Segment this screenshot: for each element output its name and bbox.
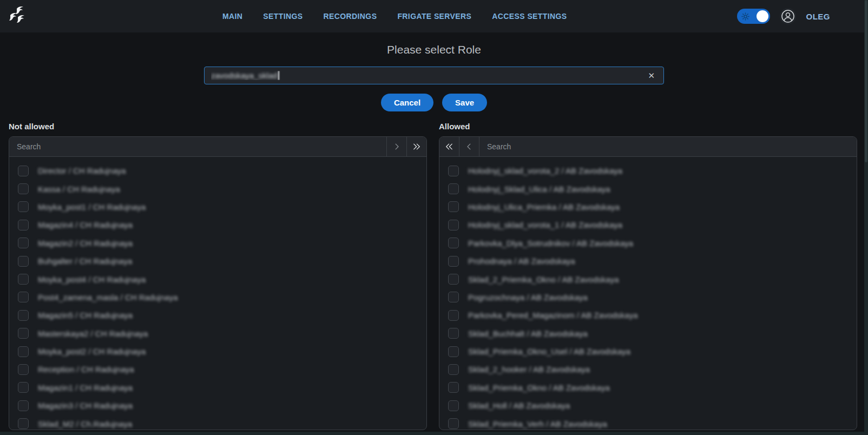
- item-label: Reception / CH Radujnaya: [38, 365, 134, 374]
- role-input[interactable]: zavodskaya_sklad ✕: [204, 67, 664, 84]
- page-title: Please select Role: [0, 42, 868, 57]
- item-label: Pogruzochnaya / AB Zavodskaya: [468, 293, 588, 302]
- item-checkbox[interactable]: [448, 346, 459, 357]
- item-checkbox[interactable]: [18, 382, 29, 393]
- list-item[interactable]: Sklad_Priemka_Okno / AB Zavodskaya: [448, 379, 857, 397]
- item-checkbox[interactable]: [448, 328, 459, 339]
- list-item[interactable]: Director / CH Radujnaya: [18, 162, 426, 180]
- item-checkbox[interactable]: [18, 256, 29, 267]
- not-allowed-title: Not allowed: [9, 122, 427, 133]
- list-item[interactable]: Magazin1 / CH Radujnaya: [18, 379, 426, 397]
- list-item[interactable]: Holodnyj_Sklad_Ulica / AB Zavodskaya: [448, 180, 857, 197]
- item-checkbox[interactable]: [448, 274, 459, 285]
- list-item[interactable]: Sklad_M2 / Ch.Radujnaya: [18, 414, 426, 430]
- item-checkbox[interactable]: [448, 256, 459, 267]
- item-label: Sklad_Priemka_Verh / AB Zavodskaya: [468, 419, 607, 429]
- item-checkbox[interactable]: [18, 346, 29, 357]
- user-avatar-button[interactable]: [780, 8, 796, 24]
- item-checkbox[interactable]: [448, 382, 459, 393]
- horizontal-scrollbar[interactable]: [0, 432, 868, 435]
- list-item[interactable]: Buhgalter / CH Radujnaya: [18, 252, 426, 270]
- list-item[interactable]: Holodnyj_Ulica_Priemka / AB Zavodskaya: [448, 198, 857, 216]
- user-name[interactable]: OLEG: [806, 12, 830, 21]
- list-item[interactable]: Reception / CH Radujnaya: [18, 360, 426, 378]
- frigate-birds-icon: [6, 4, 30, 28]
- list-item[interactable]: Magazin3 / CH Radujnaya: [18, 397, 426, 414]
- item-checkbox[interactable]: [448, 201, 459, 212]
- nav-link[interactable]: RECORDINGS: [323, 12, 377, 21]
- item-checkbox[interactable]: [448, 310, 459, 321]
- toggle-knob: [757, 10, 768, 22]
- item-checkbox[interactable]: [448, 292, 459, 302]
- list-item[interactable]: Masterskaya2 / CH Radujnaya: [18, 325, 426, 342]
- list-item[interactable]: Moyka_post2 / CH Radujnaya: [18, 342, 426, 360]
- item-label: Magazin2 / CH Radujnaya: [38, 239, 133, 248]
- item-label: Holodnyj_sklad_vorota_2 / AB Zavodskaya: [468, 166, 622, 175]
- list-item[interactable]: Sklad_2_hooker / AB Zavodskaya: [448, 360, 857, 378]
- vertical-scrollbar-thumb[interactable]: [865, 0, 867, 162]
- item-checkbox[interactable]: [448, 183, 459, 194]
- list-item[interactable]: Sklad_Holl / AB Zavodskaya: [448, 397, 857, 414]
- nav-link[interactable]: FRIGATE SERVERS: [397, 12, 471, 21]
- list-item[interactable]: Pogruzochnaya / AB Zavodskaya: [448, 288, 857, 306]
- nav-link[interactable]: SETTINGS: [263, 12, 303, 21]
- nav-link[interactable]: ACCESS SETTINGS: [492, 12, 567, 21]
- list-item[interactable]: Magazin5 / CH Radujnaya: [18, 306, 426, 324]
- list-item[interactable]: Moyka_post4 / CH Radujnaya: [18, 270, 426, 288]
- text-caret: [278, 71, 279, 80]
- list-item[interactable]: Holodnyj_sklad_vorota_2 / AB Zavodskaya: [448, 162, 857, 180]
- move-all-right-button[interactable]: [406, 137, 426, 156]
- not-allowed-search-input[interactable]: [9, 137, 386, 156]
- item-checkbox[interactable]: [18, 220, 29, 230]
- list-item[interactable]: Kassa / CH Radujnaya: [18, 180, 426, 197]
- item-checkbox[interactable]: [18, 364, 29, 375]
- nav-link[interactable]: MAIN: [222, 12, 242, 21]
- user-icon: [781, 9, 795, 23]
- item-checkbox[interactable]: [18, 310, 29, 321]
- not-allowed-panel: Director / CH Radujnaya Kassa / CH Raduj…: [9, 136, 427, 430]
- item-checkbox[interactable]: [448, 220, 459, 230]
- item-checkbox[interactable]: [18, 328, 29, 339]
- vertical-scrollbar[interactable]: [864, 0, 868, 435]
- item-checkbox[interactable]: [18, 238, 29, 248]
- list-item[interactable]: Sklad_Priemka_Verh / AB Zavodskaya: [448, 414, 857, 430]
- role-input-value-wrap: zavodskaya_sklad: [211, 71, 646, 80]
- item-checkbox[interactable]: [448, 166, 459, 176]
- allowed-list: Holodnyj_sklad_vorota_2 / AB Zavodskaya …: [439, 157, 857, 430]
- item-checkbox[interactable]: [448, 238, 459, 248]
- list-item[interactable]: Holodnyj_sklad_vorota_1 / AB Zavodskaya: [448, 216, 857, 234]
- list-item[interactable]: Parkovka_Dlya_Sotrudnikov / AB Zavodskay…: [448, 234, 857, 252]
- move-all-left-button[interactable]: [439, 137, 459, 156]
- item-checkbox[interactable]: [18, 166, 29, 176]
- save-button[interactable]: Save: [442, 94, 487, 111]
- item-checkbox[interactable]: [448, 364, 459, 375]
- move-selected-left-button[interactable]: [459, 137, 479, 156]
- allowed-search-input[interactable]: [479, 137, 857, 156]
- item-checkbox[interactable]: [18, 183, 29, 194]
- list-item[interactable]: Post4_zamena_masla / CH Radujnaya: [18, 288, 426, 306]
- item-checkbox[interactable]: [18, 201, 29, 212]
- item-checkbox[interactable]: [18, 292, 29, 302]
- item-label: Sklad_Priemka_Okno / AB Zavodskaya: [468, 383, 610, 392]
- list-item[interactable]: Sklad_2_Priemka_Okno / AB Zavodskaya: [448, 270, 857, 288]
- clear-input-icon[interactable]: ✕: [646, 69, 657, 82]
- list-item[interactable]: Sklad_Buchhalt / AB Zavodskaya: [448, 325, 857, 342]
- allowed-title: Allowed: [439, 122, 857, 133]
- item-label: Prohodnaya / AB Zavodskaya: [468, 256, 575, 266]
- item-checkbox[interactable]: [448, 400, 459, 411]
- list-item[interactable]: Magazin4 / CH Radujnaya: [18, 216, 426, 234]
- allowed-column: Allowed Holodnyj_s: [439, 122, 857, 430]
- theme-toggle[interactable]: [737, 9, 770, 24]
- list-item[interactable]: Moyka_post1 / CH Radujnaya: [18, 198, 426, 216]
- list-item[interactable]: Prohodnaya / AB Zavodskaya: [448, 252, 857, 270]
- list-item[interactable]: Parkovka_Pered_Magazinom / AB Zavodskaya: [448, 306, 857, 324]
- move-selected-right-button[interactable]: [386, 137, 406, 156]
- list-item[interactable]: Magazin2 / CH Radujnaya: [18, 234, 426, 252]
- cancel-button[interactable]: Cancel: [381, 94, 433, 111]
- item-checkbox[interactable]: [18, 418, 29, 429]
- list-item[interactable]: Sklad_Priemka_Okno_Usel / AB Zavodskaya: [448, 342, 857, 360]
- item-checkbox[interactable]: [448, 418, 459, 429]
- item-checkbox[interactable]: [18, 400, 29, 411]
- item-checkbox[interactable]: [18, 274, 29, 285]
- app-logo[interactable]: [5, 4, 30, 29]
